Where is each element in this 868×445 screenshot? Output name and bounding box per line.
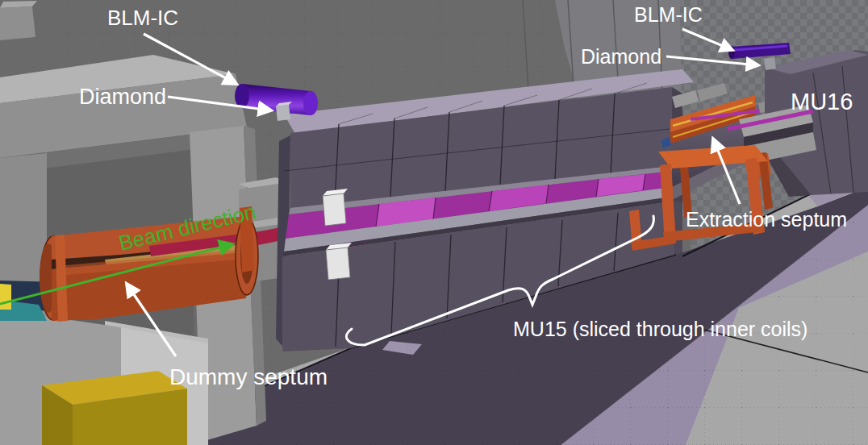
label-diamond-left: Diamond: [79, 85, 166, 109]
corner-block-front: [0, 6, 35, 40]
white-box-lower: [326, 247, 350, 280]
label-dummy-septum: Dummy septum: [169, 364, 328, 389]
label-mu16: MU16: [791, 89, 853, 114]
white-box-upper: [323, 193, 346, 226]
inlet-marker-yellow: [0, 284, 11, 310]
diamond-detector-left: [276, 105, 290, 121]
label-mu15: MU15 (sliced through inner coils): [513, 318, 807, 340]
scene-svg: BLM-IC Diamond BLM-IC Diamond MU16 Extra…: [0, 0, 868, 445]
diamond-detector-right: [764, 57, 776, 70]
label-blm-ic-left: BLM-IC: [107, 6, 178, 30]
label-diamond-right: Diamond: [581, 45, 661, 68]
label-blm-ic-right: BLM-IC: [634, 3, 703, 26]
label-extraction-septum: Extraction septum: [686, 208, 847, 231]
cad-render-viewport: BLM-IC Diamond BLM-IC Diamond MU16 Extra…: [0, 0, 868, 445]
